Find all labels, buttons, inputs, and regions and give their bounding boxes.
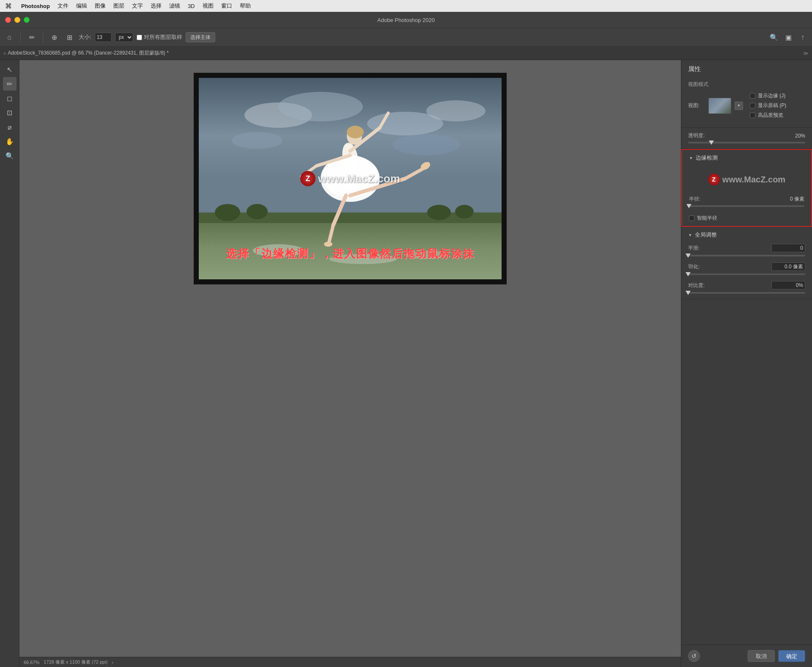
high-quality-label: 高品质预览 <box>758 112 783 119</box>
share-icon[interactable]: ↑ <box>797 31 809 43</box>
smooth-thumb[interactable] <box>686 254 691 258</box>
canvas-area[interactable]: Z www.MacZ.com 选择「边缘检测」，进入图像然后拖动鼠标涂抹 66.… <box>19 60 681 667</box>
ok-button[interactable]: 确定 <box>778 650 805 662</box>
menu-3d[interactable]: 3D <box>188 3 195 9</box>
edge-detection-collapse[interactable]: ▼ 边缘检测 <box>689 154 804 162</box>
edge-watermark: Z www.MacZ.com <box>708 174 785 185</box>
tab-close-icon[interactable]: × <box>3 51 6 56</box>
feather-label: 羽化: <box>688 263 705 270</box>
toolbar: ⌂ ✏ ⊕ ⊞ 大小: px 对所有图层取样 选择主体 🔍 ▣ ↑ <box>0 28 812 47</box>
eraser-tool-icon[interactable]: ◻ <box>3 91 16 105</box>
menu-photoshop[interactable]: Photoshop <box>21 3 50 9</box>
show-edge-item[interactable]: 显示边缘 (J) <box>750 92 786 99</box>
right-panel: 属性 视图模式 视图: ▼ 显示边缘 (J) 显示原稿 (P) <box>681 60 812 667</box>
svg-point-12 <box>455 205 474 218</box>
transparency-thumb[interactable] <box>709 141 714 145</box>
global-adjustments-section: ▼ 全局调整 平滑: 羽化: 对比度: <box>681 227 812 299</box>
search-icon[interactable]: 🔍 <box>768 31 780 43</box>
svg-point-2 <box>278 92 363 121</box>
smart-radius-checkbox[interactable] <box>689 215 694 221</box>
menu-view[interactable]: 视图 <box>203 2 214 10</box>
menu-file[interactable]: 文件 <box>58 2 69 10</box>
dimensions-text: 1728 像素 x 1100 像素 (72 ppi) <box>44 659 107 665</box>
view-dropdown-btn[interactable]: ▼ <box>735 102 743 110</box>
feather-input[interactable] <box>771 262 805 271</box>
menu-select[interactable]: 选择 <box>151 2 162 10</box>
svg-point-5 <box>232 132 283 149</box>
view-row: 视图: ▼ 显示边缘 (J) 显示原稿 (P) 高品质预览 <box>688 92 805 119</box>
smart-radius-item[interactable]: 智能半径 <box>689 215 804 222</box>
minimize-button[interactable] <box>14 17 20 23</box>
menu-filter[interactable]: 滤镜 <box>169 2 180 10</box>
lasso-tool-icon[interactable]: ⌀ <box>3 120 16 134</box>
select-subject-btn[interactable]: 选择主体 <box>186 32 215 42</box>
tab-bar: × AdobeStock_78360685.psd @ 66.7% (Dance… <box>0 47 812 60</box>
contrast-slider[interactable] <box>688 292 805 294</box>
close-button[interactable] <box>5 17 11 23</box>
maximize-button[interactable] <box>24 17 30 23</box>
menu-edit[interactable]: 编辑 <box>76 2 87 10</box>
contrast-input[interactable] <box>771 281 805 289</box>
title-bar: Adobe Photoshop 2020 <box>0 12 812 28</box>
tab-more-icon[interactable]: ≫ <box>803 50 809 56</box>
selection-tool-icon[interactable]: ⊡ <box>3 106 16 119</box>
apple-menu[interactable]: ⌘ <box>5 2 12 10</box>
show-edge-checkbox[interactable] <box>750 93 755 99</box>
target2-icon[interactable]: ⊞ <box>63 31 75 43</box>
svg-point-11 <box>427 205 451 220</box>
size-dropdown[interactable]: px <box>115 33 133 42</box>
adj-spacer1 <box>688 257 805 262</box>
svg-point-9 <box>215 204 240 221</box>
traffic-lights <box>5 17 30 23</box>
toolbar-sep-1 <box>20 32 21 42</box>
view-mode-title: 视图模式 <box>688 81 805 88</box>
high-quality-checkbox[interactable] <box>750 113 755 118</box>
status-arrow[interactable]: › <box>112 660 113 665</box>
menu-text[interactable]: 文字 <box>132 2 143 10</box>
menu-help[interactable]: 帮助 <box>240 2 251 10</box>
global-collapse[interactable]: ▼ 全局调整 <box>688 231 805 239</box>
menu-layer[interactable]: 图层 <box>113 2 124 10</box>
global-adjustments-title: 全局调整 <box>695 231 717 239</box>
reset-button[interactable]: ↺ <box>688 650 700 662</box>
show-original-item[interactable]: 显示原稿 (P) <box>750 102 786 109</box>
sample-all-label: 对所有图层取样 <box>144 33 182 41</box>
brush-tool-icon[interactable]: ✏ <box>3 77 16 91</box>
transparency-slider[interactable] <box>688 142 805 143</box>
edge-spacer <box>689 208 804 215</box>
target-icon[interactable]: ⊕ <box>48 31 60 43</box>
cancel-button[interactable]: 取消 <box>748 650 775 662</box>
smooth-slider[interactable] <box>688 255 805 256</box>
high-quality-item[interactable]: 高品质预览 <box>750 112 786 119</box>
feather-row: 羽化: <box>688 262 805 271</box>
menu-image[interactable]: 图像 <box>95 2 106 10</box>
edge-detection-title: 边缘检测 <box>696 154 718 162</box>
zoom-tool-icon[interactable]: 🔍 <box>3 149 16 163</box>
feather-slider[interactable] <box>688 273 805 275</box>
smooth-row: 平滑: <box>688 244 805 252</box>
toolbar-right: 🔍 ▣ ↑ <box>768 31 809 43</box>
layout-icon[interactable]: ▣ <box>782 31 794 43</box>
size-input[interactable] <box>95 33 112 42</box>
view-preview-thumbnail[interactable] <box>708 98 731 114</box>
size-label: 大小: <box>79 33 91 41</box>
sample-all-checkbox[interactable] <box>137 35 142 40</box>
svg-point-6 <box>392 134 460 155</box>
brush-tool-icon[interactable]: ✏ <box>26 31 38 43</box>
show-original-checkbox[interactable] <box>750 103 755 108</box>
move-tool-icon[interactable]: ↖ <box>3 63 16 76</box>
tab-label[interactable]: AdobeStock_78360685.psd @ 66.7% (Dancer-… <box>8 50 168 57</box>
zoom-level: 66.67% <box>24 660 39 665</box>
contrast-row: 对比度: <box>688 281 805 289</box>
panel-title: 属性 <box>681 60 812 77</box>
home-icon[interactable]: ⌂ <box>3 31 15 43</box>
radius-thumb[interactable] <box>686 204 691 208</box>
contrast-thumb[interactable] <box>686 291 691 295</box>
main-layout: ↖ ✏ ◻ ⊡ ⌀ ✋ 🔍 <box>0 60 812 667</box>
radius-slider[interactable] <box>689 205 804 207</box>
menu-window[interactable]: 窗口 <box>221 2 232 10</box>
hand-tool-icon[interactable]: ✋ <box>3 135 16 148</box>
feather-thumb[interactable] <box>686 272 691 276</box>
edge-watermark-area: Z www.MacZ.com <box>689 167 804 192</box>
smooth-input[interactable] <box>771 244 805 252</box>
